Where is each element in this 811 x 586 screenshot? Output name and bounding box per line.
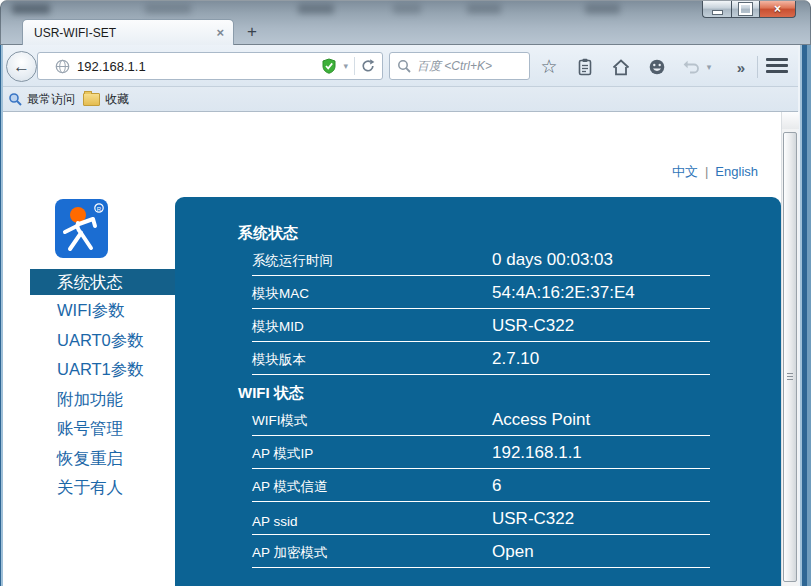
row-value: USR-C322 — [492, 316, 574, 336]
row-value: 0 days 00:03:03 — [492, 250, 613, 270]
browser-window: × USR-WIFI-SET × + ← 192.168.1.1 ▾ — [0, 0, 811, 586]
row-value: USR-C322 — [492, 509, 574, 529]
undo-arrow-icon — [683, 59, 701, 75]
row-label: 模块MAC — [252, 285, 492, 303]
sidebar-item-extra-functions[interactable]: 附加功能 — [30, 385, 176, 415]
url-text[interactable]: 192.168.1.1 — [77, 59, 321, 74]
search-input[interactable]: 百度 <Ctrl+K> — [389, 52, 530, 80]
glass-blur-blob — [585, 4, 620, 14]
glass-blur-blob — [298, 4, 334, 14]
close-window-button[interactable]: × — [760, 1, 796, 18]
bookmarks-menu-button[interactable] — [575, 57, 595, 77]
row-value: 192.168.1.1 — [492, 443, 582, 463]
browser-tab[interactable]: USR-WIFI-SET × — [22, 19, 234, 45]
url-bar[interactable]: 192.168.1.1 ▾ — [37, 52, 383, 80]
status-row: WIFI模式 Access Point — [252, 403, 710, 436]
section-system-status: 系统状态 系统运行时间 0 days 00:03:03 模块MAC 54:4A:… — [238, 223, 781, 375]
language-switch: 中文|English — [600, 163, 758, 181]
row-label: AP 模式IP — [252, 445, 492, 463]
row-value: 2.7.10 — [492, 349, 539, 369]
tab-close-button[interactable]: × — [207, 25, 233, 40]
scrollbar-thumb[interactable] — [783, 132, 797, 582]
minimize-icon — [712, 10, 723, 15]
maximize-button[interactable] — [731, 1, 760, 18]
maximize-icon — [739, 3, 752, 15]
row-value: Open — [492, 542, 534, 562]
back-button[interactable]: ← — [6, 51, 37, 82]
smiley-icon — [648, 58, 666, 76]
status-row: 模块版本 2.7.10 — [252, 342, 710, 375]
sidebar-item-wifi-params[interactable]: WIFI参数 — [30, 296, 176, 326]
row-label: AP 模式信道 — [252, 478, 492, 496]
row-label: WIFI模式 — [252, 412, 492, 430]
most-visited-icon — [8, 92, 22, 106]
row-value: 6 — [492, 476, 501, 496]
overflow-button[interactable]: » — [731, 57, 751, 77]
home-button[interactable] — [611, 57, 631, 77]
search-placeholder: 百度 <Ctrl+K> — [417, 58, 492, 75]
status-row: 模块MID USR-C322 — [252, 309, 710, 342]
row-value: Access Point — [492, 410, 590, 430]
bookmarks-clipboard-icon — [577, 58, 593, 76]
section-title: WIFI 状态 — [238, 383, 781, 403]
glass-blur-blob — [467, 4, 501, 14]
search-icon — [397, 59, 411, 73]
hamburger-icon — [766, 58, 788, 61]
tab-title: USR-WIFI-SET — [23, 26, 207, 40]
status-row: 系统运行时间 0 days 00:03:03 — [252, 243, 710, 276]
language-chinese-link[interactable]: 中文 — [672, 164, 698, 179]
status-row: AP 模式信道 6 — [252, 469, 710, 502]
status-row: AP ssid USR-C322 — [252, 502, 710, 535]
sidebar-item-system-status[interactable]: 系统状态 — [30, 269, 176, 295]
bookmark-star-button[interactable]: ☆ — [539, 57, 559, 77]
shield-dropdown-icon[interactable]: ▾ — [343, 61, 348, 71]
globe-icon — [55, 59, 70, 74]
glass-blur-blob — [393, 4, 421, 14]
status-row: 模块MAC 54:4A:16:2E:37:E4 — [252, 276, 710, 309]
row-value: 54:4A:16:2E:37:E4 — [492, 283, 635, 303]
scroll-up-button[interactable] — [782, 112, 799, 129]
close-icon: × — [774, 2, 781, 16]
sidebar-item-uart0-params[interactable]: UART0参数 — [30, 326, 176, 356]
bookmark-most-visited[interactable]: 最常访问 — [8, 91, 75, 108]
minimize-button[interactable] — [702, 1, 731, 18]
bookmark-favorites-folder[interactable]: 收藏 — [83, 91, 129, 108]
feedback-smiley-button[interactable] — [647, 57, 667, 77]
most-visited-label: 最常访问 — [27, 91, 75, 108]
scrollbar-grip-icon — [787, 373, 793, 382]
window-frame-right — [798, 45, 811, 586]
section-wifi-status: WIFI 状态 WIFI模式 Access Point AP 模式IP 192.… — [238, 383, 781, 568]
row-label: 系统运行时间 — [252, 252, 492, 270]
row-label: AP 加密模式 — [252, 544, 492, 562]
sidebar-item-restore-restart[interactable]: 恢复重启 — [30, 444, 176, 474]
row-label: AP ssid — [252, 514, 492, 529]
toolbar-divider — [757, 56, 758, 78]
section-title: 系统状态 — [238, 223, 781, 243]
home-icon — [612, 59, 630, 76]
security-shield-icon[interactable] — [321, 58, 337, 74]
glass-blur-blob — [12, 4, 50, 14]
title-bar[interactable]: × USR-WIFI-SET × + — [0, 0, 811, 45]
sidebar-menu: WIFI参数 UART0参数 UART1参数 附加功能 账号管理 恢复重启 关于… — [30, 296, 176, 503]
favorites-label: 收藏 — [105, 91, 129, 108]
menu-button[interactable] — [766, 58, 788, 75]
svg-text:R: R — [97, 206, 102, 212]
reload-icon[interactable] — [361, 59, 375, 73]
undo-dropdown-button[interactable]: ▾ — [703, 57, 715, 77]
bookmarks-bar: 最常访问 收藏 — [0, 87, 811, 112]
usr-logo: R — [55, 199, 108, 258]
sidebar-item-about[interactable]: 关于有人 — [30, 473, 176, 503]
language-english-link[interactable]: English — [715, 164, 758, 179]
star-icon: ☆ — [540, 58, 557, 76]
undo-button — [682, 57, 702, 77]
navigation-toolbar: ← 192.168.1.1 ▾ — [0, 45, 811, 87]
back-arrow-icon: ← — [13, 57, 30, 77]
row-label: 模块版本 — [252, 351, 492, 369]
status-panel: 系统状态 系统运行时间 0 days 00:03:03 模块MAC 54:4A:… — [175, 197, 781, 586]
language-separator: | — [705, 164, 708, 179]
vertical-scrollbar[interactable] — [781, 112, 798, 586]
chevron-double-right-icon: » — [737, 59, 745, 76]
sidebar-item-account-management[interactable]: 账号管理 — [30, 414, 176, 444]
sidebar-item-uart1-params[interactable]: UART1参数 — [30, 355, 176, 385]
new-tab-button[interactable]: + — [240, 21, 264, 43]
